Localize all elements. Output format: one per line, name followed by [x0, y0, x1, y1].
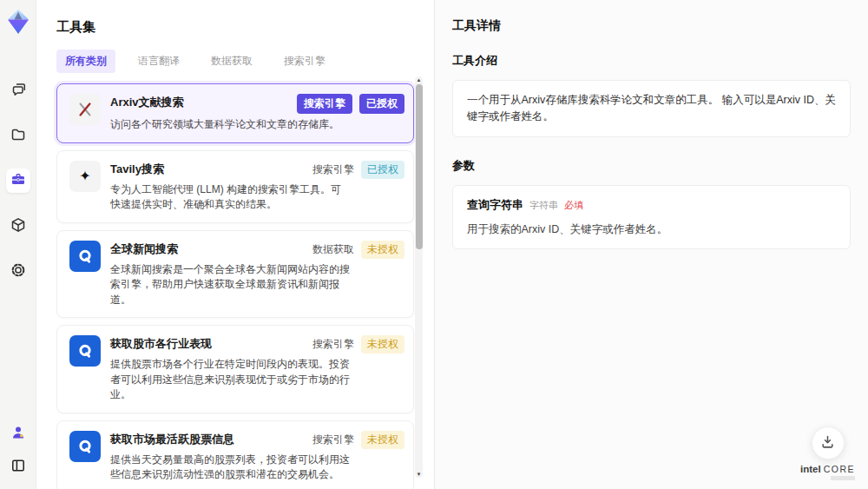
toolbox-icon: [10, 171, 27, 191]
brand-intel: intel: [800, 464, 821, 474]
scrollbar[interactable]: ▲ ▼: [415, 76, 423, 478]
tool-description: 提供股票市场各个行业在特定时间段内的表现。投资者可以利用这些信息来识别表现优于或…: [110, 357, 404, 403]
tool-description: 全球新闻搜索是一个聚合全球各大新闻网站内容的搜索引擎，帮助用户快速获取全球最新资…: [110, 262, 404, 308]
tool-title: 全球新闻搜索: [110, 241, 178, 256]
category-badge: 搜索引擎: [312, 162, 354, 177]
icon-sidebar: [0, 0, 36, 489]
tab-2[interactable]: 语言翻译: [129, 50, 188, 73]
tool-description: 访问各个研究领域大量科学论文和文章的存储库。: [110, 117, 404, 133]
details-title: 工具详情: [452, 18, 851, 34]
scroll-down-arrow[interactable]: ▼: [415, 471, 423, 478]
scrollbar-thumb[interactable]: [416, 84, 423, 249]
brand-core: CORE: [824, 464, 855, 474]
panel-toggle-icon: [10, 457, 27, 477]
sidebar-item-user[interactable]: [6, 421, 30, 446]
tool-card-2[interactable]: ✦ Tavily搜索 搜索引擎 已授权 专为人工智能代理 (LLM) 构建的搜索…: [56, 150, 414, 223]
tool-details-panel: 工具详情 工具介绍 一个用于从Arxiv存储库搜索科学论文和文章的工具。 输入可…: [434, 0, 868, 489]
tool-card-5[interactable]: 获取市场最活跃股票信息 搜索引擎 未授权 提供当天交易量最高的股票列表，投资者可…: [56, 420, 414, 489]
category-badge: 搜索引擎: [297, 94, 352, 114]
scroll-up-arrow[interactable]: ▲: [415, 76, 423, 83]
arxiv-icon: [69, 94, 101, 125]
brand-subtext: [831, 476, 855, 480]
cube-icon: [10, 216, 27, 236]
intro-text: 一个用于从Arxiv存储库搜索科学论文和文章的工具。 输入可以是Arxiv ID…: [467, 92, 836, 125]
intel-core-logo: intelCORE: [800, 464, 855, 480]
category-badge: 搜索引擎: [312, 433, 354, 447]
gear-icon: [10, 261, 27, 281]
chat-icon: [10, 81, 27, 101]
news-search-icon: [69, 241, 101, 272]
auth-status-badge: 已授权: [361, 161, 404, 179]
param-name: 查询字符串: [467, 197, 523, 213]
page-title: 工具集: [56, 19, 414, 36]
tavily-star-icon: ✦: [69, 161, 101, 192]
tool-title: 获取市场最活跃股票信息: [110, 431, 234, 446]
category-tabs: 所有类别语言翻译数据获取搜索引擎: [56, 50, 414, 73]
sidebar-item-folder[interactable]: [6, 123, 30, 148]
sidebar-nav: [6, 78, 30, 283]
tool-description: 提供当天交易量最高的股票列表，投资者可以利用这些信息来识别流动性强的股票和潜在的…: [110, 453, 404, 483]
sidebar-bottom: [6, 421, 30, 479]
auth-status-badge: 已授权: [359, 94, 404, 114]
download-icon: [819, 433, 836, 453]
auth-status-badge: 未授权: [361, 431, 404, 449]
tab-4[interactable]: 搜索引擎: [275, 50, 334, 73]
tool-card-3[interactable]: 全球新闻搜索 数据获取 未授权 全球新闻搜索是一个聚合全球各大新闻网站内容的搜索…: [56, 230, 414, 319]
param-header: 查询字符串 字符串 必填: [467, 197, 836, 213]
app-logo: [7, 9, 30, 38]
tool-title: 获取股市各行业表现: [110, 335, 212, 351]
param-required-badge: 必填: [564, 199, 583, 212]
sidebar-item-chat[interactable]: [6, 78, 30, 102]
app-window: 工具集 所有类别语言翻译数据获取搜索引擎 Arxiv文献搜索 搜索引擎 已授权 …: [0, 0, 868, 489]
tool-card-4[interactable]: 获取股市各行业表现 搜索引擎 未授权 提供股票市场各个行业在特定时间段内的表现。…: [56, 325, 414, 413]
param-type: 字符串: [529, 199, 558, 212]
tool-list-panel: 工具集 所有类别语言翻译数据获取搜索引擎 Arxiv文献搜索 搜索引擎 已授权 …: [36, 0, 434, 489]
intro-heading: 工具介绍: [452, 53, 851, 69]
param-box: 查询字符串 字符串 必填 用于搜索的Arxiv ID、关键字或作者姓名。: [452, 185, 851, 249]
param-description: 用于搜索的Arxiv ID、关键字或作者姓名。: [467, 221, 836, 237]
news-search-icon: [69, 335, 101, 367]
corner-widgets: intelCORE: [800, 426, 855, 480]
auth-status-badge: 未授权: [361, 335, 404, 354]
news-search-icon: [69, 431, 101, 462]
category-badge: 搜索引擎: [312, 337, 354, 352]
user-icon: [10, 424, 27, 444]
category-badge: 数据获取: [312, 242, 354, 257]
sidebar-item-toolbox[interactable]: [6, 169, 30, 193]
tool-description: 专为人工智能代理 (LLM) 构建的搜索引擎工具。可快速提供实时、准确和真实的结…: [110, 182, 404, 213]
folder-icon: [10, 126, 27, 146]
auth-status-badge: 未授权: [361, 241, 404, 259]
sidebar-item-settings[interactable]: [6, 259, 30, 283]
tool-card-1[interactable]: Arxiv文献搜索 搜索引擎 已授权 访问各个研究领域大量科学论文和文章的存储库…: [56, 83, 414, 143]
intro-box: 一个用于从Arxiv存储库搜索科学论文和文章的工具。 输入可以是Arxiv ID…: [452, 80, 851, 137]
tool-list: Arxiv文献搜索 搜索引擎 已授权 访问各个研究领域大量科学论文和文章的存储库…: [56, 83, 414, 489]
tab-3[interactable]: 数据获取: [202, 50, 261, 73]
sidebar-item-panel-toggle[interactable]: [6, 454, 30, 479]
download-button[interactable]: [812, 426, 845, 459]
sidebar-item-cube[interactable]: [6, 214, 30, 238]
tool-title: Tavily搜索: [110, 161, 164, 176]
params-heading: 参数: [452, 158, 851, 174]
tab-1[interactable]: 所有类别: [56, 50, 115, 73]
tool-title: Arxiv文献搜索: [110, 94, 184, 109]
